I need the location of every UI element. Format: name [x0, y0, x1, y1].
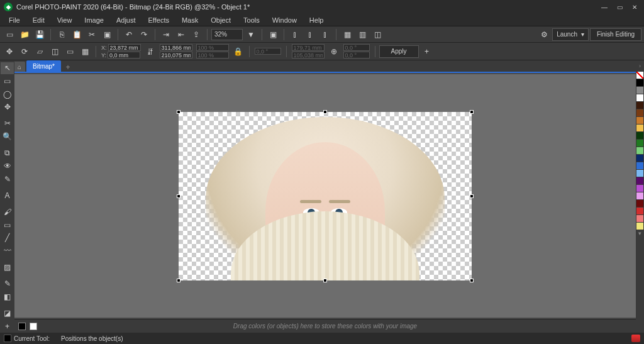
selection-handle-ne[interactable] — [470, 110, 474, 114]
swatch-14[interactable] — [636, 185, 643, 192]
selection-handle-se[interactable] — [470, 279, 474, 282]
finish-editing-button[interactable]: Finish Editing — [590, 28, 641, 41]
swatch-11[interactable] — [636, 162, 643, 169]
swatch-1[interactable] — [636, 87, 643, 94]
workspace[interactable] — [14, 74, 636, 318]
move-button[interactable]: ✥ — [3, 45, 16, 58]
options-button[interactable]: ⚙ — [537, 28, 551, 41]
center-x-input[interactable] — [292, 44, 325, 51]
undo-button[interactable]: ↶ — [122, 28, 136, 41]
new-button[interactable]: ▭ — [3, 28, 16, 41]
cut-button[interactable]: ✂ — [85, 28, 99, 41]
rectangle-tool[interactable]: ▭ — [1, 219, 14, 231]
launch-dropdown[interactable]: Launch ▾ — [552, 28, 589, 41]
menu-tools[interactable]: Tools — [237, 15, 266, 25]
lock-ratio-icon[interactable]: 🔒 — [231, 45, 245, 58]
image-object[interactable] — [179, 112, 472, 280]
swatch-5[interactable] — [636, 117, 643, 124]
swatch-4[interactable] — [636, 109, 643, 116]
selection-handle-nw[interactable] — [177, 110, 180, 114]
open-button[interactable]: 📁 — [18, 28, 31, 41]
distort-button[interactable]: ◫ — [48, 45, 62, 58]
pos-x-input[interactable] — [108, 44, 141, 51]
selection-handle-sw[interactable] — [177, 279, 180, 282]
mask-transform-tool[interactable]: ✥ — [1, 101, 14, 113]
align-left-button[interactable]: ⫿ — [288, 28, 302, 41]
swatch-0[interactable] — [636, 79, 643, 86]
width-input[interactable] — [160, 44, 192, 51]
rotation-input[interactable] — [255, 48, 281, 55]
scale-x-input[interactable] — [196, 44, 229, 51]
bg-color-swatch[interactable] — [30, 323, 37, 330]
skew-button[interactable]: ▱ — [33, 45, 47, 58]
menu-help[interactable]: Help — [303, 15, 330, 25]
line-tool[interactable]: ╱ — [1, 232, 14, 244]
snap-button[interactable]: ◫ — [370, 28, 384, 41]
zoom-input[interactable] — [211, 29, 243, 40]
clone-tool[interactable]: ⧉ — [1, 147, 14, 159]
align-right-button[interactable]: ⫿ — [318, 28, 332, 41]
selection-handle-e[interactable] — [470, 194, 474, 198]
copy-button[interactable]: ⎘ — [55, 28, 69, 41]
palette-up-icon[interactable]: › — [639, 63, 641, 72]
swatch-15[interactable] — [636, 192, 643, 199]
minimize-button[interactable]: — — [599, 3, 610, 11]
selection-handle-w[interactable] — [177, 194, 180, 198]
red-eye-tool[interactable]: 👁 — [1, 160, 14, 172]
toolbox-options-button[interactable]: + — [1, 320, 14, 332]
fg-color-swatch[interactable] — [18, 323, 26, 330]
status-fg-swatch[interactable] — [4, 335, 11, 342]
rect-mask-tool[interactable]: ▭ — [1, 75, 14, 87]
swatch-18[interactable] — [636, 215, 643, 222]
menu-mask[interactable]: Mask — [175, 15, 204, 25]
size-lock-icon[interactable]: ⭿ — [143, 45, 157, 58]
export-button[interactable]: ⇤ — [174, 28, 188, 41]
menu-window[interactable]: Window — [266, 15, 303, 25]
menu-edit[interactable]: Edit — [26, 15, 51, 25]
touch-up-tool[interactable]: ✎ — [1, 173, 14, 185]
swatch-16[interactable] — [636, 200, 643, 207]
align-center-button[interactable]: ⫿ — [303, 28, 317, 41]
menu-adjust[interactable]: Adjust — [110, 15, 142, 25]
eyedropper-tool[interactable]: ✎ — [1, 278, 14, 290]
clip-button[interactable]: ▣ — [100, 28, 114, 41]
paint-tool[interactable]: 🖌 — [1, 206, 14, 218]
palette-down-icon[interactable]: ▾ — [638, 230, 641, 239]
grid-button[interactable]: ▦ — [340, 28, 354, 41]
angle-y-input[interactable] — [343, 52, 370, 58]
menu-view[interactable]: View — [51, 15, 79, 25]
swatch-6[interactable] — [636, 125, 643, 131]
paste-button[interactable]: 📋 — [70, 28, 84, 41]
apply-button[interactable]: Apply — [379, 45, 419, 58]
menu-object[interactable]: Object — [204, 15, 237, 25]
swatch-2[interactable] — [636, 94, 643, 101]
angle-x-input[interactable] — [343, 44, 370, 51]
swatch-19[interactable] — [636, 223, 643, 230]
guides-button[interactable]: ▥ — [355, 28, 369, 41]
selection-handle-s[interactable] — [323, 279, 327, 282]
eraser-tool[interactable]: ◧ — [1, 291, 14, 303]
maximize-button[interactable]: ▭ — [614, 3, 625, 11]
ellipse-mask-tool[interactable]: ◯ — [1, 88, 14, 100]
document-tab-active[interactable]: Bitmap* — [26, 60, 61, 72]
menu-effects[interactable]: Effects — [142, 15, 175, 25]
zoom-tool[interactable]: 🔍 — [1, 131, 14, 143]
fill-tool[interactable]: ▨ — [1, 262, 14, 274]
perspective-button[interactable]: ▭ — [63, 45, 77, 58]
publish-button[interactable]: ⇪ — [189, 28, 203, 41]
canvas[interactable] — [179, 112, 472, 280]
save-button[interactable]: 💾 — [33, 28, 47, 41]
new-tab-button[interactable]: + — [64, 63, 72, 72]
redo-button[interactable]: ↷ — [137, 28, 151, 41]
swatch-12[interactable] — [636, 170, 643, 177]
swatch-none[interactable] — [636, 72, 643, 79]
import-button[interactable]: ⇥ — [159, 28, 173, 41]
fullscreen-button[interactable]: ▣ — [266, 28, 280, 41]
swatch-10[interactable] — [636, 155, 643, 162]
selection-handle-n[interactable] — [323, 110, 327, 114]
dropshadow-tool[interactable]: ◪ — [1, 308, 14, 319]
crop-tool[interactable]: ✂ — [1, 118, 14, 130]
pick-tool[interactable]: ↖ — [1, 62, 14, 74]
pos-y-input[interactable] — [108, 52, 140, 58]
zoom-fit-button[interactable]: ▼ — [244, 28, 258, 41]
